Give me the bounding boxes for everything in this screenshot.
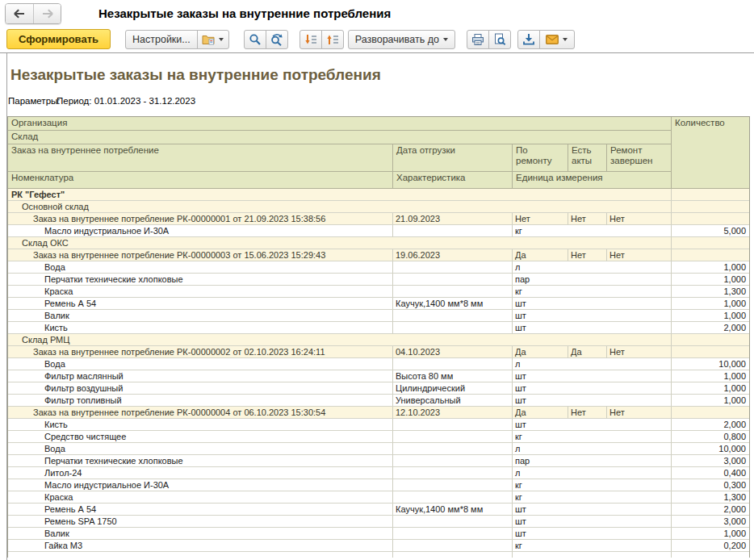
characteristic-cell[interactable] (393, 310, 513, 322)
save-button[interactable] (517, 30, 540, 49)
characteristic-cell[interactable] (393, 443, 513, 455)
ship-date-cell[interactable]: 21.09.2023 (393, 213, 513, 225)
unit-cell[interactable]: кг (513, 479, 672, 491)
unit-cell[interactable]: л (513, 358, 672, 370)
warehouse-row[interactable]: Склад ОКС (8, 237, 749, 249)
header-organization[interactable]: Организация (8, 117, 672, 131)
characteristic-cell[interactable] (393, 261, 513, 274)
order-cell[interactable]: Заказ на внутреннее потребление РК-00000… (8, 346, 393, 358)
unit-cell[interactable]: л (513, 261, 672, 274)
quantity-cell[interactable]: 1,000 (672, 298, 749, 310)
item-row[interactable]: Средство чистящеекг0,800 (8, 431, 749, 443)
warehouse-cell[interactable]: Основной склад (8, 201, 672, 213)
expand-to-button[interactable]: Разворачивать до (348, 30, 455, 49)
ship-date-cell[interactable]: 19.06.2023 (393, 249, 513, 261)
item-row[interactable]: Водал1,000 (8, 261, 749, 274)
quantity-cell[interactable]: 3,000 (672, 455, 749, 467)
header-unit[interactable]: Единица измерения (513, 172, 672, 189)
item-row[interactable]: Литол-24л0,400 (8, 467, 749, 479)
item-row[interactable]: Масло индустриальное И-30Акг0,300 (8, 479, 749, 491)
quantity-cell[interactable]: 1,000 (672, 370, 749, 382)
characteristic-cell[interactable] (393, 274, 513, 286)
has-acts-cell[interactable]: Да (568, 346, 607, 358)
item-row[interactable]: Фильтр маслянныйВысота 80 ммшт1,000 (8, 370, 749, 382)
item-row[interactable]: Краскакг1,300 (8, 286, 749, 298)
header-order[interactable]: Заказ на внутреннее потребление (8, 144, 393, 172)
item-row[interactable]: Ремень SPA 1750шт3,000 (8, 516, 749, 528)
quantity-cell[interactable]: 10,000 (672, 358, 749, 370)
header-has-acts[interactable]: Есть акты (568, 144, 607, 172)
unit-cell[interactable]: кг (513, 225, 672, 237)
characteristic-cell[interactable]: Цилиндрический (393, 382, 513, 395)
print-button[interactable] (467, 30, 489, 49)
characteristic-cell[interactable] (393, 516, 513, 528)
nomenclature-cell[interactable]: Масло индустриальное И-30А (8, 225, 393, 237)
quantity-cell[interactable] (672, 407, 749, 419)
nomenclature-cell[interactable]: Валик (8, 310, 393, 322)
quantity-cell[interactable]: 2,000 (672, 419, 749, 431)
header-characteristic[interactable]: Характеристика (393, 172, 513, 189)
nomenclature-cell[interactable]: Фильтр маслянный (8, 370, 393, 382)
item-row[interactable]: Валикшт1,000 (8, 310, 749, 322)
item-row[interactable]: Кистьшт2,000 (8, 322, 749, 334)
warehouse-cell[interactable]: Склад РМЦ (8, 334, 672, 346)
characteristic-cell[interactable] (393, 322, 513, 334)
nomenclature-cell[interactable]: Перчатки технические хлопковые (8, 274, 393, 286)
order-cell[interactable]: Заказ на внутреннее потребление РК-00000… (8, 213, 393, 225)
header-nomenclature[interactable]: Номенклатура (8, 172, 393, 189)
quantity-cell[interactable] (672, 237, 749, 249)
characteristic-cell[interactable] (393, 419, 513, 431)
item-row[interactable]: Перчатки технические хлопковыепар1,000 (8, 274, 749, 286)
ship-date-cell[interactable]: 04.10.2023 (393, 346, 513, 358)
characteristic-cell[interactable] (393, 540, 513, 552)
quantity-cell[interactable]: 1,000 (672, 274, 749, 286)
characteristic-cell[interactable] (393, 491, 513, 504)
order-row[interactable]: Заказ на внутреннее потребление РК-00000… (8, 346, 749, 358)
item-row[interactable]: Фильтр топливныйУниверсальныйшт1,000 (8, 395, 749, 407)
forward-button[interactable] (33, 4, 61, 23)
unit-cell[interactable]: пар (513, 274, 672, 286)
org-row[interactable]: РК "Гефест" (8, 189, 749, 201)
header-warehouse[interactable]: Склад (8, 131, 672, 144)
unit-cell[interactable]: шт (513, 370, 672, 382)
unit-cell[interactable]: шт (513, 382, 672, 395)
characteristic-cell[interactable]: Каучук,1400 мм*8 мм (393, 504, 513, 516)
ship-date-cell[interactable]: 12.10.2023 (393, 407, 513, 419)
quantity-cell[interactable]: 1,000 (672, 395, 749, 407)
quantity-cell[interactable] (672, 249, 749, 261)
unit-cell[interactable]: кг (513, 491, 672, 504)
warehouse-row[interactable]: Основной склад (8, 201, 749, 213)
item-row[interactable]: Фильтр воздушныйЦилиндрическийшт1,000 (8, 382, 749, 395)
warehouse-row[interactable]: Склад РМЦ (8, 334, 749, 346)
back-button[interactable] (6, 4, 33, 23)
nomenclature-cell[interactable]: Масло индустриальное И-30А (8, 479, 393, 491)
nomenclature-cell[interactable]: Перчатки технические хлопковые (8, 455, 393, 467)
characteristic-cell[interactable] (393, 455, 513, 467)
collapse-groups-button[interactable] (300, 30, 322, 49)
nomenclature-cell[interactable]: Вода (8, 261, 393, 274)
expand-groups-button[interactable] (321, 30, 344, 49)
settings-button[interactable]: Настройки... (125, 30, 198, 49)
quantity-cell[interactable]: 1,000 (672, 310, 749, 322)
quantity-cell[interactable]: 0,800 (672, 431, 749, 443)
item-row[interactable]: Перчатки технические хлопковыепар3,000 (8, 455, 749, 467)
generate-button[interactable]: Сформировать (6, 29, 111, 49)
unit-cell[interactable]: кг (513, 286, 672, 298)
characteristic-cell[interactable] (393, 286, 513, 298)
quantity-cell[interactable]: 2,000 (672, 504, 749, 516)
item-row[interactable]: Валикшт1,000 (8, 528, 749, 540)
unit-cell[interactable]: л (513, 467, 672, 479)
repair-done-cell[interactable]: Нет (607, 213, 672, 225)
nomenclature-cell[interactable]: Кисть (8, 419, 393, 431)
nomenclature-cell[interactable]: Литол-24 (8, 467, 393, 479)
repair-done-cell[interactable]: Нет (607, 249, 672, 261)
unit-cell[interactable]: шт (513, 395, 672, 407)
search-button[interactable] (244, 30, 266, 49)
quantity-cell[interactable] (672, 346, 749, 358)
has-acts-cell[interactable]: Нет (568, 407, 607, 419)
item-row[interactable]: Водал10,000 (8, 358, 749, 370)
nomenclature-cell[interactable]: Ремень А 54 (8, 504, 393, 516)
header-ship-date[interactable]: Дата отгрузки (393, 144, 513, 172)
by-repair-cell[interactable]: Да (513, 346, 568, 358)
quantity-cell[interactable]: 1,300 (672, 286, 749, 298)
